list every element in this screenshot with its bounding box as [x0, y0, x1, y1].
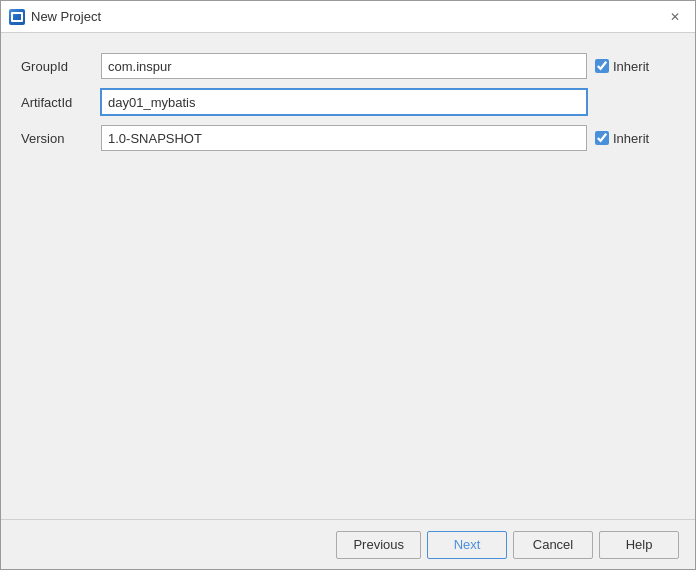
dialog-window: New Project ✕ GroupId Inherit ArtifactId… [0, 0, 696, 570]
window-icon [9, 9, 25, 25]
group-id-input[interactable] [101, 53, 587, 79]
version-label: Version [21, 131, 101, 146]
title-bar: New Project ✕ [1, 1, 695, 33]
version-inherit-wrapper: Inherit [595, 131, 675, 146]
title-bar-left: New Project [9, 9, 101, 25]
group-id-row: GroupId Inherit [21, 53, 675, 79]
version-input[interactable] [101, 125, 587, 151]
artifact-id-label: ArtifactId [21, 95, 101, 110]
dialog-content: GroupId Inherit ArtifactId Inherit Versi… [1, 33, 695, 519]
version-inherit-label[interactable]: Inherit [613, 131, 649, 146]
artifact-id-input[interactable] [101, 89, 587, 115]
window-title: New Project [31, 9, 101, 24]
help-button[interactable]: Help [599, 531, 679, 559]
group-id-inherit-label[interactable]: Inherit [613, 59, 649, 74]
previous-button[interactable]: Previous [336, 531, 421, 559]
next-button[interactable]: Next [427, 531, 507, 559]
version-inherit-checkbox[interactable] [595, 131, 609, 145]
cancel-button[interactable]: Cancel [513, 531, 593, 559]
version-row: Version Inherit [21, 125, 675, 151]
close-button[interactable]: ✕ [663, 5, 687, 29]
group-id-inherit-wrapper: Inherit [595, 59, 675, 74]
artifact-id-row: ArtifactId Inherit [21, 89, 675, 115]
group-id-inherit-checkbox[interactable] [595, 59, 609, 73]
group-id-label: GroupId [21, 59, 101, 74]
project-icon [9, 9, 25, 25]
dialog-footer: Previous Next Cancel Help [1, 519, 695, 569]
